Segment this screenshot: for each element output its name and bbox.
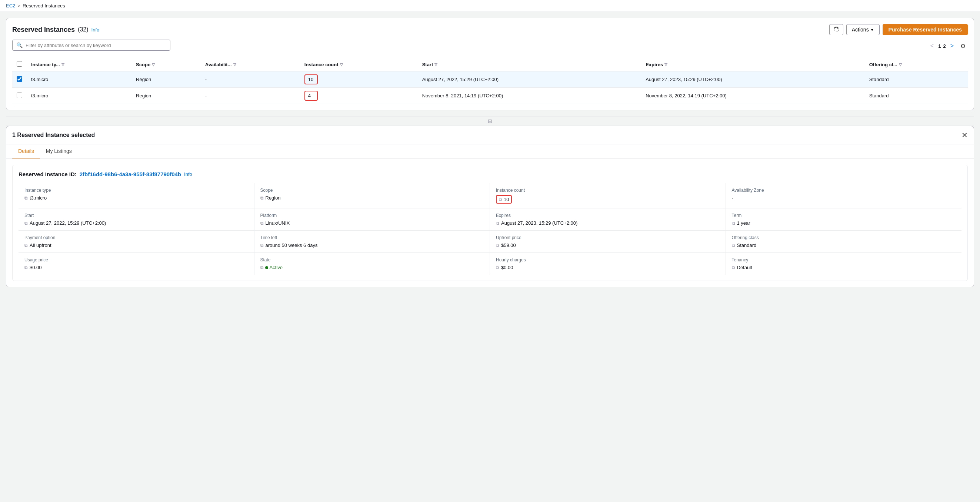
detail-header: 1 Reserved Instance selected ✕ (6, 126, 974, 145)
refresh-button[interactable] (829, 24, 843, 35)
col-availability[interactable]: Availabilit... ▽ (201, 58, 300, 71)
copy-term-icon[interactable]: ⧉ (732, 221, 735, 226)
refresh-icon (833, 27, 839, 33)
upfront-price-value: ⧉ $59.00 (496, 243, 720, 248)
field-start: Start ⧉ August 27, 2022, 15:29 (UTC+2:00… (19, 208, 255, 230)
prev-page-button[interactable]: < (928, 42, 936, 50)
detail-content: Reserved Instance ID: 2fbf16dd-98b6-4a3a… (6, 159, 974, 287)
field-upfront-price: Upfront price ⧉ $59.00 (490, 230, 726, 253)
term-value: ⧉ 1 year (732, 220, 956, 226)
purchase-button[interactable]: Purchase Reserved Instances (883, 24, 968, 35)
detail-panel: 1 Reserved Instance selected ✕ Details M… (6, 126, 974, 287)
actions-button[interactable]: Actions ▼ (846, 24, 880, 35)
row-checkbox-cell[interactable] (12, 88, 27, 104)
copy-hourly-icon[interactable]: ⧉ (496, 265, 499, 270)
field-tenancy: Tenancy ⧉ Default (726, 253, 962, 275)
field-term: Term ⧉ 1 year (726, 208, 962, 230)
row-instance-count-1: 4 (300, 88, 418, 104)
close-detail-button[interactable]: ✕ (961, 132, 968, 139)
availability-zone-label: Availability Zone (732, 188, 956, 193)
copy-usage-icon[interactable]: ⧉ (24, 265, 28, 270)
row-checkbox-0[interactable] (17, 76, 22, 82)
instance-type-value: ⧉ t3.micro (24, 195, 248, 201)
start-label: Start (24, 213, 248, 218)
upfront-price-label: Upfront price (496, 235, 720, 240)
instance-count-highlight: ⧉ 10 (496, 195, 512, 203)
breadcrumb-separator: > (18, 3, 21, 8)
col-instance-type[interactable]: Instance ty... ▽ (27, 58, 132, 71)
next-page-button[interactable]: > (948, 42, 956, 50)
table-row[interactable]: t3.micro Region - 4 November 8, 2021, 14… (12, 88, 968, 104)
time-left-text: around 50 weeks 6 days (266, 243, 318, 248)
col-expires[interactable]: Expires ▽ (641, 58, 865, 71)
availability-zone-value: - (732, 195, 956, 201)
filter-offering-icon[interactable]: ▽ (899, 63, 902, 67)
detail-instance-count-value: ⧉ 10 (496, 195, 720, 203)
row-checkbox-1[interactable] (17, 92, 22, 98)
copy-upfront-icon[interactable]: ⧉ (496, 243, 499, 248)
table-wrapper: Instance ty... ▽ Scope ▽ (12, 58, 968, 104)
copy-instance-type-icon[interactable]: ⧉ (24, 195, 28, 201)
field-offering-class: Offering class ⧉ Standard (726, 230, 962, 253)
col-instance-count[interactable]: Instance count ▽ (300, 58, 418, 71)
copy-platform-icon[interactable]: ⧉ (260, 221, 264, 226)
breadcrumb-ec2[interactable]: EC2 (6, 3, 15, 8)
state-text: Active (270, 265, 283, 270)
copy-start-icon[interactable]: ⧉ (24, 221, 28, 226)
expires-text: August 27, 2023, 15:29 (UTC+2:00) (501, 220, 578, 226)
filter-expires-icon[interactable]: ▽ (665, 63, 667, 67)
copy-scope-icon[interactable]: ⧉ (260, 195, 264, 201)
filter-scope-icon[interactable]: ▽ (152, 63, 155, 67)
time-left-label: Time left (260, 235, 484, 240)
row-scope-1: Region (132, 88, 201, 104)
breadcrumb: EC2 > Reserved Instances (0, 0, 980, 12)
col-start[interactable]: Start ▽ (418, 58, 641, 71)
copy-state-icon[interactable]: ⧉ (260, 265, 264, 270)
select-all-header[interactable] (12, 58, 27, 71)
table-row[interactable]: t3.micro Region - 10 August 27, 2022, 15… (12, 71, 968, 88)
row-expires-1: November 8, 2022, 14:19 (UTC+2:00) (641, 88, 865, 104)
resize-divider[interactable]: ⊟ (6, 116, 974, 126)
search-icon: 🔍 (16, 42, 22, 48)
copy-expires-icon[interactable]: ⧉ (496, 221, 499, 226)
state-value: ⧉ Active (260, 265, 484, 270)
settings-button[interactable]: ⚙ (958, 42, 968, 50)
search-input[interactable] (25, 43, 166, 48)
detail-instance-count-label: Instance count (496, 188, 720, 193)
copy-offering-icon[interactable]: ⧉ (732, 243, 735, 248)
field-hourly-charges: Hourly charges ⧉ $0.00 (490, 253, 726, 275)
filter-count-icon[interactable]: ▽ (340, 63, 343, 67)
header-info-link[interactable]: Info (91, 27, 100, 33)
row-offering-class-0: Standard (865, 71, 968, 88)
row-availability-1: - (201, 88, 300, 104)
instance-info-link[interactable]: Info (184, 172, 192, 177)
field-instance-count: Instance count ⧉ 10 (490, 183, 726, 208)
tab-my-listings[interactable]: My Listings (40, 145, 78, 159)
page-1: 1 (938, 43, 941, 49)
instance-count-cell-0: 10 (304, 75, 318, 84)
tab-details[interactable]: Details (12, 145, 40, 159)
copy-time-left-icon[interactable]: ⧉ (260, 243, 264, 248)
row-checkbox-cell[interactable] (12, 71, 27, 88)
col-scope[interactable]: Scope ▽ (132, 58, 201, 71)
panel-title: Reserved Instances (32) Info (12, 26, 99, 34)
panel-title-text: Reserved Instances (12, 26, 75, 34)
copy-payment-icon[interactable]: ⧉ (24, 243, 28, 248)
copy-tenancy-icon[interactable]: ⧉ (732, 265, 735, 270)
start-value: ⧉ August 27, 2022, 15:29 (UTC+2:00) (24, 220, 248, 226)
detail-grid-row4: Usage price ⧉ $0.00 State ⧉ Active (19, 253, 961, 275)
filter-start-icon[interactable]: ▽ (434, 63, 438, 67)
select-all-checkbox[interactable] (17, 61, 22, 67)
filter-availability-icon[interactable]: ▽ (233, 63, 236, 67)
platform-label: Platform (260, 213, 484, 218)
time-left-value: ⧉ around 50 weeks 6 days (260, 243, 484, 248)
usage-price-text: $0.00 (30, 265, 42, 270)
field-expires: Expires ⧉ August 27, 2023, 15:29 (UTC+2:… (490, 208, 726, 230)
reserved-instances-panel: Reserved Instances (32) Info Actions ▼ P… (6, 18, 974, 110)
field-time-left: Time left ⧉ around 50 weeks 6 days (255, 230, 490, 253)
col-offering-class[interactable]: Offering cl... ▽ (865, 58, 968, 71)
copy-count-icon[interactable]: ⧉ (499, 197, 502, 202)
instance-id-value[interactable]: 2fbf16dd-98b6-4a3a-955f-83f87790f04b (80, 171, 181, 177)
row-availability-0: - (201, 71, 300, 88)
filter-instance-type-icon[interactable]: ▽ (62, 63, 64, 67)
